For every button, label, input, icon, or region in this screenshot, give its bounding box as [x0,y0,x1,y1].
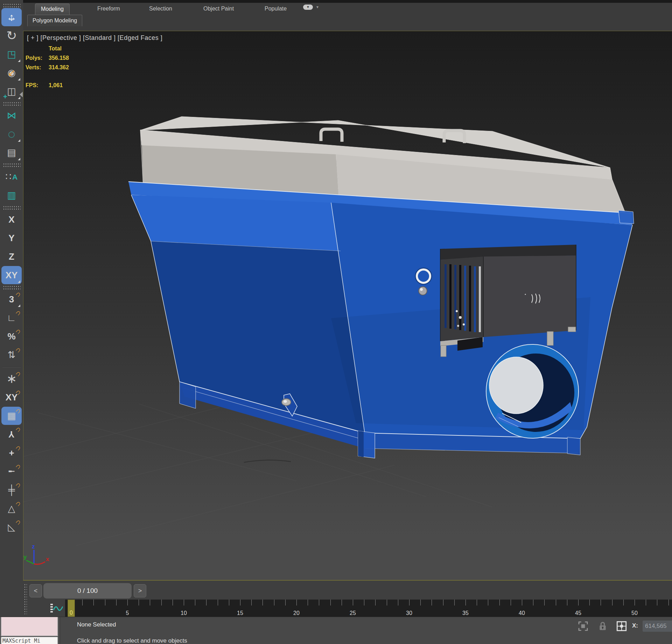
select-place-tool[interactable]: ◉↙ [1,64,22,82]
ruler-frame-label: 10 [181,610,187,616]
next-frame-button[interactable]: > [134,584,146,597]
ruler-tick [173,600,173,606]
ruler-frame-label: 15 [237,610,243,616]
ruler-tick [251,600,252,606]
toolbar-separator [2,162,21,167]
measure-tool[interactable]: ▥ [1,186,22,204]
viewport-perspective[interactable]: z y x [ + ] [Perspective ] [Standard ] [… [23,31,672,580]
ribbon-tab-object-paint[interactable]: Object Paint [198,4,239,15]
snap-midpoint[interactable]: ╪∩ [1,481,22,499]
maxscript-mini-listener[interactable] [1,617,58,636]
snap-xy-constraint[interactable]: XY∩ [1,388,22,406]
align-tool[interactable]: ▤ [1,144,22,162]
ruler-tick [139,600,139,606]
selection-lock-icon[interactable] [597,621,608,632]
maxscript-listener-input[interactable]: MAXScript Mi [1,637,58,644]
angle-snap-toggle[interactable]: ∟∩ [1,309,22,327]
ruler-tick [601,600,601,606]
stats-verts-label: Verts: [26,64,49,71]
ruler-tick [330,600,331,606]
ribbon-tab-populate[interactable]: Populate [259,4,292,15]
viewport-label[interactable]: [ + ] [Perspective ] [Standard ] [Edged … [27,34,162,42]
model-3d-hopper[interactable] [128,117,634,458]
ruler-tick [364,600,364,606]
ruler-tick [499,600,500,606]
ruler-tick [443,600,443,606]
coordinate-x-field[interactable]: 614,565 [643,621,672,632]
stats-total-label: Total [49,46,62,52]
ruler-tick [353,600,353,606]
rotate-tool[interactable]: ↻ [1,27,22,45]
selection-status: None Selected [77,621,116,628]
axis-gizmo: z y x [23,543,49,564]
ruler-tick [105,600,105,606]
snap-pivot[interactable]: Y∩ [1,425,22,443]
ruler-tick [432,600,432,606]
ruler-tick [454,600,455,606]
snap-toggle-3d[interactable]: 3∩ [1,290,22,308]
ruler-tick [274,600,274,606]
mirror-tool[interactable]: ⋈ [1,106,22,125]
snap-edge[interactable]: ◺∩ [1,518,22,536]
timeline: < 0 / 100 > 51015202530354045500 [0,580,672,617]
stats-polys-value: 356.158 [49,55,69,61]
ribbon: ModelingFreeformSelectionObject PaintPop… [0,0,672,31]
ribbon-tab-modeling[interactable]: Modeling [35,4,70,15]
axis-constraint-x[interactable]: X [1,210,22,229]
time-slider-playhead[interactable]: 0 [68,600,75,617]
snap-grid-points[interactable]: ▦∩ [1,407,22,425]
ruler-tick [82,600,83,606]
ruler-tick [342,600,342,606]
ruler-frame-label: 40 [519,610,525,616]
move-tool[interactable]: ↔↕ [1,8,22,26]
ruler-tick [387,600,387,606]
timeline-drag-handle[interactable] [24,583,27,614]
tab-polygon-modeling[interactable]: Polygon Modeling [27,15,82,26]
isolate-selection-icon[interactable] [578,621,589,632]
scale-tool[interactable]: ◳ [1,45,22,63]
ribbon-tab-freeform[interactable]: Freeform [92,4,126,15]
toolbar-flyout-arrow-icon[interactable] [20,92,23,97]
ribbon-tab-selection[interactable]: Selection [144,4,178,15]
curve-editor-icon[interactable] [49,602,64,615]
soft-selection-tool[interactable]: ◌ [1,125,22,143]
absolute-mode-transform-icon[interactable] [616,621,627,632]
statusbar-divider [61,617,62,644]
ruler-frame-label: 25 [350,610,356,616]
snap-endpoint[interactable]: ╾∩ [1,462,22,481]
ruler-tick [150,600,150,606]
ruler-tick [544,600,545,606]
snap-freeze[interactable]: ∗∩ [1,370,22,388]
ruler-tick [262,600,263,606]
axis-constraint-xy[interactable]: XY [1,266,22,284]
ruler-tick [488,600,488,606]
quick-align-tool[interactable]: ∷A [1,168,22,186]
axis-constraint-y[interactable]: Y [1,229,22,247]
percent-snap-toggle[interactable]: %∩ [1,327,22,345]
viewport-canvas[interactable]: z y x [23,31,672,580]
ruler-tick [206,600,206,606]
ruler-tick [657,600,657,606]
ruler-tick [375,600,376,606]
lid-handle [321,129,342,142]
snap-plus[interactable]: +∩ [1,444,22,462]
spinner-snap-toggle[interactable]: ⇅∩ [1,346,22,364]
ruler-tick [589,600,590,606]
ruler-tick [477,600,477,606]
ruler-frame-label: 5 [126,610,129,616]
current-frame-display[interactable]: 0 / 100 [43,583,132,598]
ruler-tick [511,600,511,606]
snap-vertex[interactable]: △∩ [1,499,22,518]
ruler-tick [522,600,522,606]
svg-text:x: x [46,556,49,562]
ribbon-toggle-icon[interactable]: ▼ [303,5,313,10]
outlet-pipe[interactable] [486,344,579,438]
ruler-tick [556,600,556,606]
axis-constraint-z[interactable]: Z [1,247,22,266]
previous-frame-button[interactable]: < [29,584,42,597]
time-ruler[interactable]: 51015202530354045500 [65,600,672,617]
clone-paste-tool[interactable]: ◫+ [1,82,22,100]
toolbar-separator [2,205,21,210]
ribbon-caret-icon[interactable]: ▾ [316,5,318,9]
ruler-tick [93,600,94,606]
